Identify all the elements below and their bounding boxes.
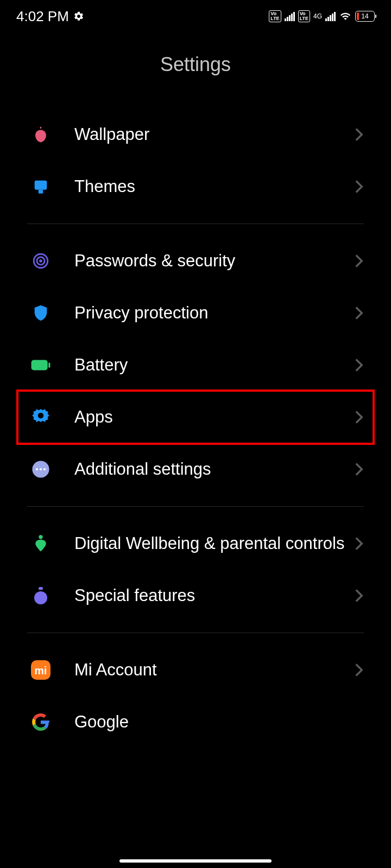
section-divider xyxy=(27,224,364,224)
battery-icon xyxy=(30,354,52,376)
settings-item-apps[interactable]: Apps xyxy=(0,391,391,443)
settings-item-privacy[interactable]: Privacy protection xyxy=(0,287,391,339)
svg-rect-0 xyxy=(35,181,47,190)
volte-icon: VoLTE xyxy=(269,10,281,22)
shield-icon xyxy=(30,302,52,324)
chevron-right-icon xyxy=(354,462,364,477)
page-title: Settings xyxy=(0,53,391,76)
status-time: 4:02 PM xyxy=(16,8,69,25)
battery-icon: 14 xyxy=(355,11,375,22)
setting-label: Google xyxy=(74,712,364,733)
settings-item-battery[interactable]: Battery xyxy=(0,339,391,391)
status-bar: 4:02 PM VoLTE VoLTE 4G 14 xyxy=(0,0,391,33)
chevron-right-icon xyxy=(354,127,364,142)
battery-level: 14 xyxy=(361,12,368,20)
chevron-right-icon xyxy=(354,536,364,551)
signal-icon-2 xyxy=(325,11,336,21)
chevron-right-icon xyxy=(354,410,364,425)
section-divider xyxy=(27,506,364,507)
settings-item-passwords[interactable]: Passwords & security xyxy=(0,235,391,287)
svg-point-10 xyxy=(40,468,42,470)
setting-label: Wallpaper xyxy=(74,124,354,145)
home-indicator[interactable] xyxy=(119,859,272,863)
svg-rect-1 xyxy=(39,190,43,194)
signal-icon xyxy=(285,11,295,21)
setting-label: Privacy protection xyxy=(74,303,354,324)
settings-item-google[interactable]: Google xyxy=(0,696,391,736)
setting-label: Passwords & security xyxy=(74,251,354,272)
svg-point-9 xyxy=(36,468,38,470)
svg-text:mi: mi xyxy=(35,665,47,676)
status-left: 4:02 PM xyxy=(16,8,84,25)
svg-point-14 xyxy=(34,591,47,604)
apps-gear-icon xyxy=(30,406,52,428)
svg-rect-5 xyxy=(31,360,48,371)
setting-label: Special features xyxy=(74,585,354,607)
settings-item-wallpaper[interactable]: Wallpaper xyxy=(0,108,391,161)
settings-item-additional[interactable]: Additional settings xyxy=(0,443,391,495)
chevron-right-icon xyxy=(354,662,364,678)
chevron-right-icon xyxy=(354,253,364,269)
mi-logo-icon: mi xyxy=(30,659,52,681)
setting-label: Digital Wellbeing & parental controls xyxy=(74,533,354,554)
setting-label: Themes xyxy=(74,176,354,197)
status-right: VoLTE VoLTE 4G 14 xyxy=(269,10,375,22)
settings-item-wellbeing[interactable]: Digital Wellbeing & parental controls xyxy=(0,518,391,570)
setting-label: Mi Account xyxy=(74,660,354,681)
svg-point-11 xyxy=(43,468,46,470)
more-icon xyxy=(30,458,52,480)
settings-item-special[interactable]: Special features xyxy=(0,570,391,622)
settings-item-themes[interactable]: Themes xyxy=(0,161,391,213)
settings-list: Wallpaper Themes Passwords & security Pr… xyxy=(0,108,391,736)
wifi-icon xyxy=(339,11,352,22)
fingerprint-icon xyxy=(30,250,52,272)
chevron-right-icon xyxy=(354,588,364,603)
gear-icon xyxy=(73,11,84,22)
themes-icon xyxy=(30,176,52,197)
svg-rect-13 xyxy=(39,587,43,590)
wallpaper-icon xyxy=(30,124,52,145)
setting-label: Additional settings xyxy=(74,459,354,480)
google-logo-icon xyxy=(30,711,52,733)
settings-item-mi-account[interactable]: mi Mi Account xyxy=(0,644,391,696)
svg-rect-6 xyxy=(48,362,50,368)
flask-icon xyxy=(30,585,52,607)
wellbeing-icon xyxy=(30,533,52,554)
setting-label: Battery xyxy=(74,355,354,376)
setting-label: Apps xyxy=(74,407,354,428)
svg-point-7 xyxy=(38,413,44,419)
section-divider xyxy=(27,633,364,633)
svg-point-12 xyxy=(39,535,42,539)
chevron-right-icon xyxy=(354,305,364,321)
chevron-right-icon xyxy=(354,179,364,194)
svg-point-4 xyxy=(40,260,42,262)
network-label: 4G xyxy=(313,12,322,20)
chevron-right-icon xyxy=(354,358,364,373)
volte-icon-2: VoLTE xyxy=(298,10,310,22)
